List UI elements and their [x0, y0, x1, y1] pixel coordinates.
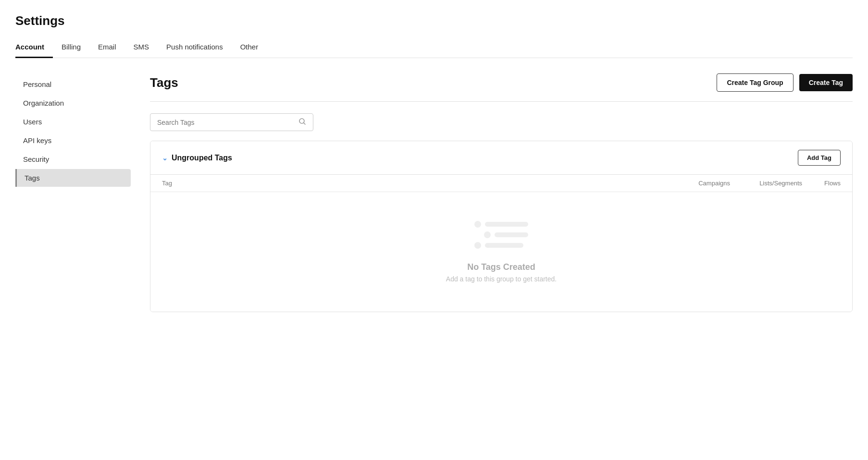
- empty-state-title: No Tags Created: [467, 262, 535, 272]
- empty-illustration: [474, 221, 528, 253]
- col-header-campaigns: Campaigns: [668, 180, 730, 187]
- main-layout: Personal Organization Users API keys Sec…: [0, 58, 868, 327]
- table-header: Tag Campaigns Lists/Segments Flows: [150, 174, 852, 192]
- group-title: Ungrouped Tags: [172, 154, 232, 162]
- sidebar-item-tags[interactable]: Tags: [15, 169, 131, 187]
- search-icon: [298, 118, 306, 127]
- sidebar-item-personal[interactable]: Personal: [15, 75, 131, 93]
- col-header-tag: Tag: [162, 180, 668, 187]
- search-bar: [150, 113, 313, 131]
- group-header: ⌄ Ungrouped Tags Add Tag: [150, 141, 852, 174]
- header-buttons: Create Tag Group Create Tag: [717, 73, 853, 92]
- page-header: Settings Account Billing Email SMS Push …: [0, 0, 868, 58]
- col-header-flows: Flows: [802, 180, 841, 187]
- page-title: Settings: [15, 13, 853, 28]
- tab-email[interactable]: Email: [89, 37, 125, 58]
- add-tag-button[interactable]: Add Tag: [798, 150, 841, 166]
- search-bar-wrapper: [150, 113, 853, 131]
- tags-group-card: ⌄ Ungrouped Tags Add Tag Tag Campaigns L…: [150, 141, 853, 312]
- tab-sms[interactable]: SMS: [125, 37, 158, 58]
- content-divider: [150, 101, 853, 102]
- tab-push-notifications[interactable]: Push notifications: [158, 37, 232, 58]
- group-title-section: ⌄ Ungrouped Tags: [162, 154, 232, 162]
- create-tag-group-button[interactable]: Create Tag Group: [717, 73, 793, 92]
- sidebar: Personal Organization Users API keys Sec…: [15, 73, 131, 312]
- chevron-down-icon: ⌄: [162, 154, 168, 162]
- sidebar-item-api-keys[interactable]: API keys: [15, 132, 131, 149]
- col-header-lists-segments: Lists/Segments: [730, 180, 802, 187]
- tab-billing[interactable]: Billing: [53, 37, 89, 58]
- tab-other[interactable]: Other: [232, 37, 267, 58]
- sidebar-item-users[interactable]: Users: [15, 113, 131, 131]
- create-tag-button[interactable]: Create Tag: [799, 74, 853, 91]
- sidebar-item-organization[interactable]: Organization: [15, 94, 131, 112]
- content-area: Tags Create Tag Group Create Tag: [131, 73, 853, 312]
- top-tabs: Account Billing Email SMS Push notificat…: [15, 37, 853, 58]
- svg-line-1: [304, 123, 305, 124]
- empty-state-subtitle: Add a tag to this group to get started.: [446, 275, 557, 283]
- search-input[interactable]: [157, 119, 298, 126]
- content-header: Tags Create Tag Group Create Tag: [150, 73, 853, 92]
- empty-state: No Tags Created Add a tag to this group …: [150, 192, 852, 312]
- tab-account[interactable]: Account: [15, 37, 53, 58]
- content-title: Tags: [150, 75, 178, 90]
- sidebar-item-security[interactable]: Security: [15, 150, 131, 168]
